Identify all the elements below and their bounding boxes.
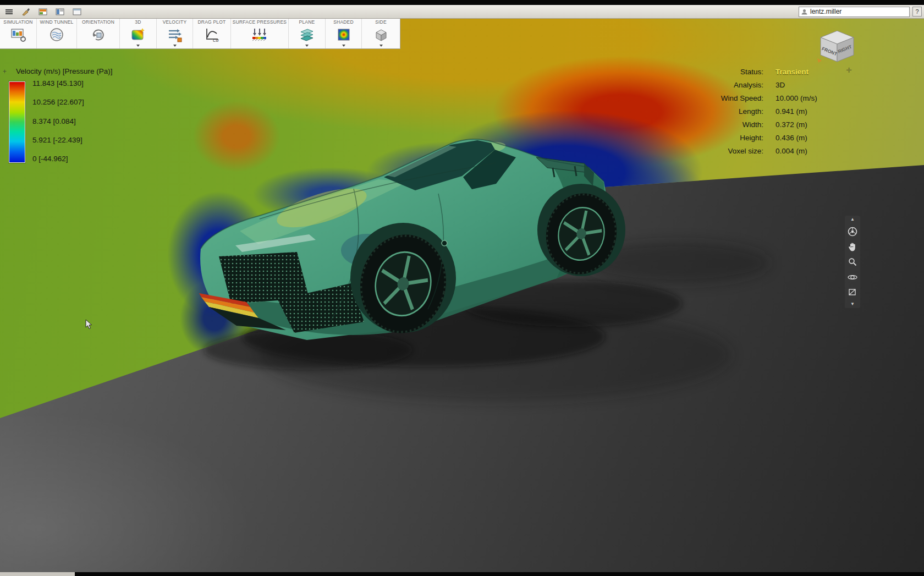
status-label: Status: [740, 67, 763, 77]
zoom-icon[interactable] [847, 256, 858, 267]
viewcube-compass-pointer[interactable] [817, 58, 822, 63]
bottom-black-strip [0, 572, 924, 576]
dropdown-arrow-icon[interactable] [305, 45, 309, 47]
ribbon-label: DRAG PLOT [198, 19, 226, 25]
legend-crosshair-icon: + [3, 68, 7, 75]
ribbon-label: ORIENTATION [82, 19, 114, 25]
bottom-left-sliver [0, 572, 75, 576]
door-emblem [442, 240, 447, 246]
dropdown-arrow-icon[interactable] [136, 45, 140, 47]
legend-entry: 11.843 [45.130] [32, 79, 84, 87]
shaded-icon [336, 25, 352, 45]
orientation-icon [90, 25, 107, 45]
help-button[interactable]: ? [912, 7, 922, 17]
full-navigation-wheel-icon[interactable] [847, 226, 858, 237]
ribbon-button-3d[interactable]: 3D [120, 18, 157, 48]
simulation-icon [10, 25, 26, 45]
nav-scroll-down-icon[interactable]: ▼ [850, 302, 855, 306]
user-account-field[interactable]: lentz.miller [799, 7, 910, 17]
ribbon-label: VELOCITY [163, 19, 187, 25]
ribbon-button-surface-pressures[interactable]: SURFACE PRESSURES [231, 18, 289, 48]
ribbon-label: SIMULATION [3, 19, 32, 25]
ribbon-button-plane[interactable]: PLANE [289, 18, 326, 48]
mouse-cursor [85, 319, 93, 330]
ribbon-button-velocity[interactable]: VELOCITY [157, 18, 193, 48]
ribbon-label: PLANE [299, 19, 315, 25]
status-value: 0.941 (m) [776, 107, 824, 117]
status-label: Analysis: [734, 80, 763, 90]
ribbon-button-side[interactable]: SIDE [362, 18, 400, 48]
ribbon-button-shaded[interactable]: SHADED [326, 18, 362, 48]
status-value: 10.000 (m/s) [776, 94, 824, 103]
ribbon-label: 3D [135, 19, 141, 25]
scene-style-icon[interactable] [36, 6, 50, 18]
dropdown-arrow-icon[interactable] [380, 45, 383, 47]
ribbon-label: SURFACE PRESSURES [233, 19, 287, 25]
user-avatar-icon [801, 9, 807, 15]
legend-entry: 10.256 [22.607] [32, 98, 84, 106]
ribbon-button-orientation[interactable]: ORIENTATION [77, 18, 120, 48]
status-label: Wind Speed: [721, 94, 763, 103]
nav-scroll-up-icon[interactable]: ▲ [850, 217, 855, 222]
ribbon-button-wind-tunnel[interactable]: WIND TUNNEL [37, 18, 77, 48]
ribbon-label: SIDE [375, 19, 387, 25]
dropdown-arrow-icon[interactable] [342, 45, 345, 47]
status-label: Voxel size: [728, 146, 763, 156]
legend-colorbar [9, 81, 25, 163]
status-label: Height: [740, 133, 763, 143]
ribbon-button-drag-plot[interactable]: DRAG PLOT Cd [193, 18, 231, 48]
legend-title: Velocity (m/s) [Pressure (Pa)] [16, 67, 113, 75]
plane-icon [299, 25, 315, 45]
navigation-toolbar: ▲ ▼ [845, 216, 860, 308]
ribbon-toolbar: SIMULATION WIND TUNNEL ORIENTATION 3D [0, 18, 400, 49]
titlebar: lentz.miller ? [0, 5, 924, 19]
orbit-icon[interactable] [847, 272, 858, 283]
3d-results-icon [130, 25, 146, 45]
status-label: Width: [743, 120, 763, 130]
window-icon[interactable] [70, 6, 84, 18]
status-value: 0.004 (m) [776, 146, 824, 156]
status-value: 0.372 (m) [776, 120, 824, 130]
wind-tunnel-icon [48, 25, 65, 45]
pan-hand-icon[interactable] [847, 241, 858, 252]
legend-values: 11.843 [45.130] 10.256 [22.607] 8.374 [0… [32, 79, 84, 163]
velocity-icon [167, 25, 183, 45]
drag-plot-icon: Cd [204, 25, 220, 45]
simulation-status-panel: Status: Transient Analysis: 3D Wind Spee… [721, 67, 824, 156]
status-label: Length: [739, 107, 763, 117]
dropdown-arrow-icon[interactable] [173, 45, 177, 47]
username-text: lentz.miller [810, 8, 842, 15]
legend-entry: 5.921 [-22.439] [32, 136, 84, 144]
ribbon-label: WIND TUNNEL [40, 19, 73, 25]
appearance-brush-icon[interactable] [19, 6, 33, 18]
legend-entry: 0 [-44.962] [32, 155, 84, 163]
status-value: 0.436 (m) [776, 133, 824, 143]
side-view-icon [373, 25, 389, 45]
ribbon-label: SHADED [333, 19, 354, 25]
ribbon-button-simulation[interactable]: SIMULATION [0, 18, 37, 48]
surface-pressures-icon [250, 25, 269, 45]
menu-hamburger-icon[interactable] [2, 6, 16, 18]
status-value: 3D [776, 80, 824, 90]
app-window: lentz.miller ? [0, 0, 924, 576]
view-options-icon[interactable]: ✛ [846, 66, 852, 74]
svg-text:Cd: Cd [213, 38, 219, 43]
legend-entry: 8.374 [0.084] [32, 117, 84, 125]
layout-grid-icon[interactable] [53, 6, 67, 18]
viewcube[interactable]: FRONT RIGHT [813, 26, 861, 70]
look-at-box-icon[interactable] [847, 287, 858, 298]
